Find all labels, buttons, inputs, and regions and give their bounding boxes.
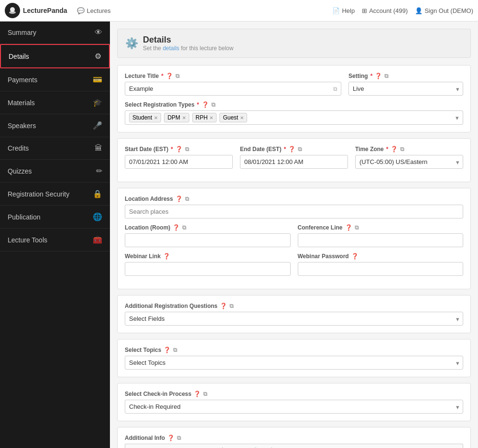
additional-info-help-icon[interactable]: ❓ bbox=[167, 435, 174, 441]
add-reg-section: Additional Registration Questions ❓ ⧉ Se… bbox=[117, 295, 471, 333]
sidebar-item-payments[interactable]: Payments 💳 bbox=[0, 68, 110, 91]
checkin-select[interactable]: Check-in Required Check-in Optional No C… bbox=[125, 400, 463, 414]
sidebar-item-lecture-tools[interactable]: Lecture Tools 🧰 bbox=[0, 229, 110, 251]
timezone-select[interactable]: (UTC-05:00) US/Eastern (UTC-06:00) US/Ce… bbox=[355, 155, 463, 169]
webinar-password-input[interactable] bbox=[298, 262, 464, 276]
reg-types-label: Select Registration Types * ❓ ⧉ bbox=[125, 101, 463, 108]
add-reg-questions-group: Additional Registration Questions ❓ ⧉ Se… bbox=[125, 303, 463, 326]
nav-account[interactable]: ⊞ Account (499) bbox=[362, 7, 408, 14]
timezone-help-icon[interactable]: ❓ bbox=[391, 146, 398, 153]
conference-line-input[interactable] bbox=[298, 233, 464, 247]
topics-help-icon[interactable]: ❓ bbox=[163, 347, 171, 353]
add-reg-copy-icon[interactable]: ⧉ bbox=[229, 303, 234, 309]
checkin-select-wrapper: Check-in Required Check-in Optional No C… bbox=[125, 400, 463, 414]
toolbar-highlight[interactable]: ◆ bbox=[202, 446, 211, 448]
toolbar-clear[interactable]: ⌫ bbox=[319, 446, 332, 448]
reg-types-group: Select Registration Types * ❓ ⧉ Student … bbox=[125, 101, 463, 125]
title-setting-section: Lecture Title * ❓ ⧉ ⧉ Setting * ❓ bbox=[117, 65, 471, 132]
card-icon: 💳 bbox=[93, 75, 102, 84]
pencil-icon: ✏ bbox=[96, 166, 102, 175]
toolbar-link[interactable]: 🔗 bbox=[248, 446, 260, 448]
toolbar-italic[interactable]: I bbox=[153, 446, 160, 448]
nav-signout[interactable]: 👤 Sign Out (DEMO) bbox=[415, 7, 473, 14]
lecture-title-input[interactable] bbox=[125, 82, 341, 96]
toolbar-image[interactable]: 🖼 bbox=[225, 446, 236, 448]
webinar-link-input[interactable] bbox=[125, 262, 291, 276]
setting-select[interactable]: Live Online Hybrid bbox=[348, 82, 463, 96]
reg-types-dropdown-arrow[interactable]: ▾ bbox=[456, 114, 459, 121]
bank-icon: 🏛 bbox=[95, 144, 102, 153]
add-reg-help-icon[interactable]: ❓ bbox=[220, 303, 227, 309]
start-date-help-icon[interactable]: ❓ bbox=[175, 146, 183, 153]
location-address-input[interactable] bbox=[125, 205, 463, 219]
toolbar-bold[interactable]: B bbox=[143, 446, 152, 448]
location-room-input[interactable] bbox=[125, 233, 291, 247]
toolbar-undo[interactable]: ↩ bbox=[274, 446, 284, 448]
sidebar-item-summary[interactable]: Summary 👁 bbox=[0, 22, 110, 44]
logo-icon bbox=[5, 3, 20, 18]
toolbar-ol[interactable]: ≣ bbox=[170, 446, 180, 448]
lecture-title-copy-icon[interactable]: ⧉ bbox=[175, 73, 180, 79]
reg-types-help-icon[interactable]: ❓ bbox=[202, 101, 209, 108]
sidebar-item-quizzes[interactable]: Quizzes ✏ bbox=[0, 160, 110, 183]
add-reg-select[interactable]: Select Fields bbox=[125, 312, 463, 326]
tag-guest-remove[interactable]: ✕ bbox=[240, 115, 244, 120]
toolbar-font-color[interactable]: A bbox=[181, 446, 190, 448]
details-link[interactable]: details bbox=[163, 45, 179, 52]
reg-types-tags[interactable]: Student ✕ DPM ✕ RPH ✕ Guest ✕ bbox=[125, 110, 463, 125]
sidebar-item-materials[interactable]: Materials 🎓 bbox=[0, 91, 110, 114]
webinar-password-help-icon[interactable]: ❓ bbox=[351, 253, 358, 260]
location-room-label: Location (Room) ❓ ⧉ bbox=[125, 224, 291, 231]
checkin-copy-icon[interactable]: ⧉ bbox=[203, 391, 207, 397]
toolbar-pen[interactable]: ✏ bbox=[308, 446, 318, 448]
location-room-copy-icon[interactable]: ⧉ bbox=[182, 224, 186, 231]
webinar-link-help-icon[interactable]: ❓ bbox=[163, 253, 170, 260]
end-date-copy-icon[interactable]: ⧉ bbox=[298, 146, 302, 153]
setting-copy-icon[interactable]: ⧉ bbox=[384, 73, 389, 79]
sidebar-item-registration-security[interactable]: Registration Security 🔒 bbox=[0, 183, 110, 206]
reg-types-copy-icon[interactable]: ⧉ bbox=[211, 101, 216, 108]
toolbar-hr[interactable]: — bbox=[296, 446, 307, 448]
location-address-label: Location Address ❓ ⧉ bbox=[125, 196, 463, 202]
end-date-help-icon[interactable]: ❓ bbox=[288, 146, 295, 153]
toolbar-align[interactable]: ≡ bbox=[261, 446, 270, 448]
location-help-icon[interactable]: ❓ bbox=[175, 196, 183, 202]
nav-lectures-link[interactable]: 💬 Lectures bbox=[77, 7, 111, 14]
conference-help-icon[interactable]: ❓ bbox=[345, 224, 352, 231]
location-copy-icon[interactable]: ⧉ bbox=[185, 196, 189, 202]
webinar-row: Webinar Link ❓ Webinar Password ❓ bbox=[125, 253, 463, 276]
start-date-input[interactable] bbox=[125, 155, 233, 169]
location-room-group: Location (Room) ❓ ⧉ bbox=[125, 224, 291, 247]
tag-student-remove[interactable]: ✕ bbox=[154, 115, 158, 120]
grid-icon: ⊞ bbox=[362, 7, 367, 14]
chat-icon: 💬 bbox=[77, 7, 85, 14]
toolbar-ul[interactable]: ≡ bbox=[161, 446, 169, 448]
start-date-copy-icon[interactable]: ⧉ bbox=[185, 146, 189, 153]
timezone-copy-icon[interactable]: ⧉ bbox=[400, 146, 404, 153]
end-date-input[interactable] bbox=[240, 155, 348, 169]
globe-icon: 🌐 bbox=[93, 212, 102, 221]
setting-help-icon[interactable]: ❓ bbox=[375, 73, 382, 79]
toolbar-redo[interactable]: ↪ bbox=[285, 446, 295, 448]
sidebar-item-credits[interactable]: Credits 🏛 bbox=[0, 137, 110, 160]
location-room-help-icon[interactable]: ❓ bbox=[173, 224, 180, 231]
additional-info-copy-icon[interactable]: ⧉ bbox=[177, 435, 181, 441]
toolbar-code[interactable]: </> bbox=[128, 446, 142, 448]
topics-select-wrapper: Select Topics bbox=[125, 356, 463, 370]
tag-dpm-remove[interactable]: ✕ bbox=[182, 115, 186, 120]
topics-copy-icon[interactable]: ⧉ bbox=[173, 347, 177, 353]
checkin-help-icon[interactable]: ❓ bbox=[194, 391, 201, 397]
topics-select[interactable]: Select Topics bbox=[125, 356, 463, 370]
conference-copy-icon[interactable]: ⧉ bbox=[355, 224, 359, 231]
sidebar-item-publication[interactable]: Publication 🌐 bbox=[0, 206, 110, 229]
logo[interactable]: LecturePanda bbox=[5, 3, 67, 18]
tag-rph-remove[interactable]: ✕ bbox=[209, 115, 213, 120]
lecture-title-help-icon[interactable]: ❓ bbox=[166, 73, 173, 79]
user-icon: 👤 bbox=[415, 7, 423, 14]
toolbar-paragraph[interactable]: ¶ bbox=[212, 446, 220, 448]
sidebar-item-speakers[interactable]: Speakers 🎤 bbox=[0, 114, 110, 137]
toolbar-table[interactable]: ⊞ bbox=[237, 446, 247, 448]
nav-help[interactable]: 📄 Help bbox=[332, 7, 355, 14]
sidebar-item-details[interactable]: Details ⚙ bbox=[0, 44, 110, 68]
toolbar-text-style[interactable]: T| bbox=[191, 446, 201, 448]
